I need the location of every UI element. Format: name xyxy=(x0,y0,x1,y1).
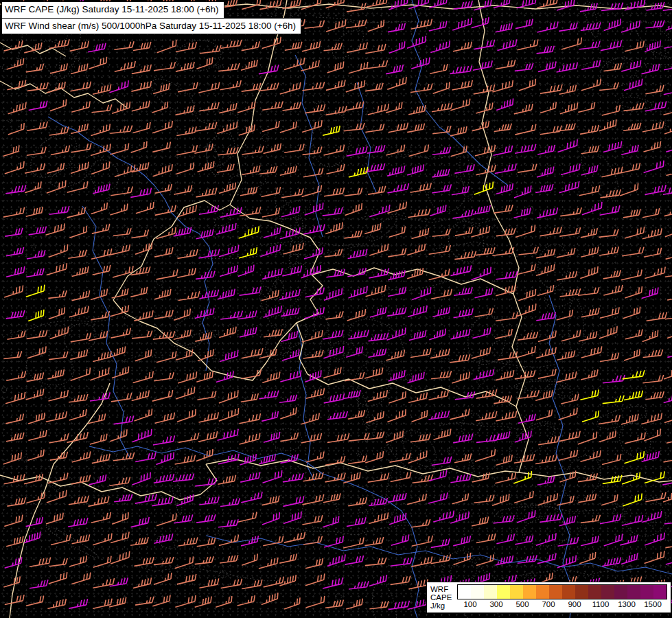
legend-swatch xyxy=(627,585,640,599)
legend-tick-label: 900 xyxy=(568,600,581,608)
legend-scale: 100300500700900110013001500 xyxy=(457,584,667,610)
legend-swatch xyxy=(640,585,653,599)
legend-swatch xyxy=(562,585,575,599)
legend-swatch xyxy=(549,585,562,599)
legend-tick-label: 1100 xyxy=(592,600,610,608)
legend-colorbar xyxy=(457,584,667,599)
legend-swatch xyxy=(601,585,614,599)
legend-swatch xyxy=(588,585,601,599)
legend-swatch xyxy=(471,585,484,599)
legend-swatch xyxy=(536,585,549,599)
legend-swatch xyxy=(497,585,510,599)
legend-ticks: 100300500700900110013001500 xyxy=(457,600,667,610)
legend-swatch xyxy=(523,585,536,599)
legend-swatch xyxy=(653,585,667,599)
legend-swatch xyxy=(484,585,497,599)
legend-tick-label: 100 xyxy=(463,600,476,608)
legend-tick-label: 500 xyxy=(515,600,529,608)
legend-model-label: WRF xyxy=(430,585,452,593)
legend-swatch xyxy=(510,585,523,599)
map-title-cape: WRF CAPE (J/kg) Saturday 15-11-2025 18:0… xyxy=(1,1,224,19)
legend-tick-label: 700 xyxy=(542,600,555,608)
legend-tick-label: 300 xyxy=(489,600,502,608)
legend: WRF CAPE J/kg 10030050070090011001300150… xyxy=(426,582,671,613)
map-title-box: WRF CAPE (J/kg) Saturday 15-11-2025 18:0… xyxy=(1,1,301,34)
weather-map: WRF CAPE (J/kg) Saturday 15-11-2025 18:0… xyxy=(0,0,672,618)
legend-unit-label: J/kg xyxy=(430,602,452,610)
legend-parameter-label: CAPE xyxy=(430,593,452,602)
map-canvas xyxy=(0,0,672,618)
map-title-windshear: WRF Wind shear (m/s) 500/1000hPa Saturda… xyxy=(1,18,301,35)
legend-tick-label: 1500 xyxy=(644,600,662,608)
legend-swatch xyxy=(614,585,627,599)
legend-swatch xyxy=(575,585,588,599)
legend-labels: WRF CAPE J/kg xyxy=(430,584,452,610)
legend-tick-label: 1300 xyxy=(618,600,636,608)
legend-swatch xyxy=(458,585,471,599)
